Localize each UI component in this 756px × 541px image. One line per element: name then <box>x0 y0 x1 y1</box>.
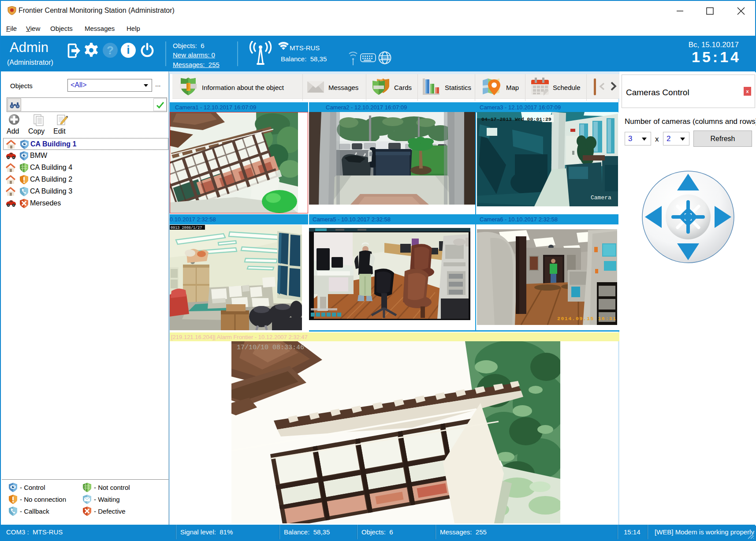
svg-text:www: www <box>380 56 390 60</box>
svg-text:Camera: Camera <box>591 194 611 201</box>
svg-text:2014.09.15 16:31:5: 2014.09.15 16:31:5 <box>557 316 617 321</box>
svg-text:04-17-2013 Wed 00:01: 04-17-2013 Wed 00:01 <box>481 116 542 122</box>
svg-text:17/10/10 08:33:46: 17/10/10 08:33:46 <box>237 344 304 351</box>
svg-text::29: :29 <box>542 116 551 122</box>
svg-text:0913 2008/1/27: 0913 2008/1/27 <box>171 226 202 230</box>
